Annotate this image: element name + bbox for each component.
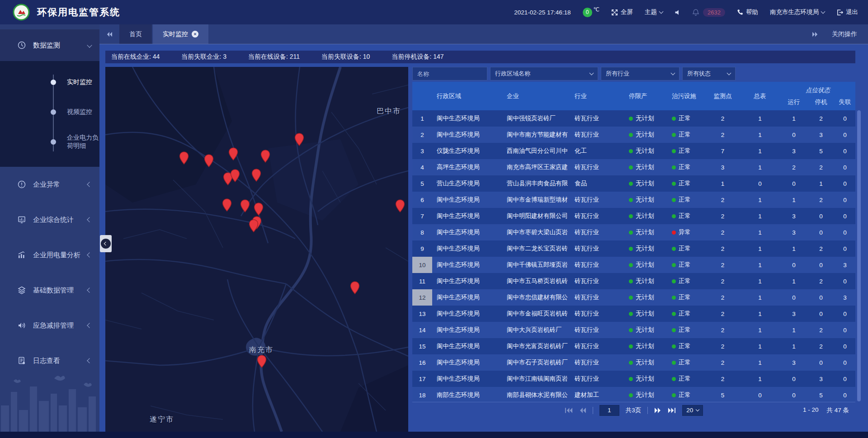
sidebar-item-企业电力负荷明细[interactable]: 企业电力负荷明细 <box>0 127 99 157</box>
help-button[interactable]: 帮助 <box>737 8 758 16</box>
sidebar-item-视频监控[interactable]: 视频监控 <box>0 97 99 127</box>
map-pin-icon[interactable] <box>254 203 264 216</box>
sidebar-group-gauge[interactable]: 数据监测 <box>0 29 99 61</box>
sidebar-item-stats[interactable]: 企业综合统计 <box>0 202 99 237</box>
map-pin-icon[interactable] <box>251 169 261 182</box>
cell-lost: 0 <box>835 192 855 208</box>
region-filter-select[interactable]: 行政区域名称 <box>490 67 598 80</box>
cell-meters: 1 <box>740 127 780 143</box>
cell-lost: 0 <box>835 175 855 192</box>
cell-facility: 正常 <box>667 143 706 159</box>
table-row[interactable]: 3仪陇生态环境局西南油气田分公司川中化工无计划正常71350 <box>412 143 855 159</box>
cell-industry: 砖瓦行业 <box>570 289 624 306</box>
logout-button[interactable]: 退出 <box>836 8 858 16</box>
cell-run: 2 <box>780 159 807 175</box>
map-collapse-button[interactable] <box>100 235 112 252</box>
close-operations-button[interactable]: 关闭操作 <box>832 30 857 38</box>
scrollbar-thumb[interactable] <box>857 110 861 401</box>
cell-plan: 无计划 <box>624 273 667 289</box>
divider <box>593 407 593 414</box>
cell-meters: 1 <box>740 306 780 322</box>
status-dot-icon <box>672 263 676 267</box>
first-page-button[interactable] <box>565 407 573 414</box>
theme-dropdown[interactable]: 主题 <box>645 8 663 16</box>
map-pin-icon[interactable] <box>179 151 189 165</box>
page-size-value: 20 <box>686 407 693 414</box>
fullscreen-button[interactable]: 全屏 <box>611 8 633 16</box>
table-row[interactable]: 7阆中生态环境局阆中明阳建材有限公司砖瓦行业无计划正常21300 <box>412 208 855 224</box>
table-row[interactable]: 13阆中生态环境局阆中市金福旺页岩机砖砖瓦行业无计划正常21300 <box>412 306 855 322</box>
table-row[interactable]: 5营山生态环境局营山县润丰肉食品有限食品无计划正常10010 <box>412 175 855 192</box>
region-filter-value: 行政区域名称 <box>495 70 530 78</box>
double-left-arrow-icon <box>106 32 113 37</box>
next-page-button[interactable] <box>654 407 661 414</box>
table-row[interactable]: 16阆中生态环境局阆中市石子页岩机砖厂砖瓦行业无计划正常21300 <box>412 354 855 371</box>
table-row[interactable]: 6阆中生态环境局阆中市金博瑞新型墙材砖瓦行业无计划正常21120 <box>412 192 855 208</box>
status-dot-icon <box>629 133 633 137</box>
tab-实时监控[interactable]: 实时监控× <box>153 24 208 44</box>
cell-region: 仪陇生态环境局 <box>432 143 502 159</box>
map-pin-icon[interactable] <box>230 169 240 182</box>
tabs-scroll-left-button[interactable] <box>99 24 119 44</box>
sidebar-item-megaphone[interactable]: 应急减排管理 <box>0 308 99 343</box>
sidebar-item-label: 视频监控 <box>67 108 92 116</box>
table-row[interactable]: 14阆中生态环境局阆中大兴页岩机砖厂砖瓦行业无计划正常21120 <box>412 322 855 338</box>
map-pin-icon[interactable] <box>294 133 304 146</box>
map-pin-icon[interactable] <box>395 199 405 212</box>
name-filter-input[interactable] <box>412 67 487 80</box>
stat-当前停机设备: 当前停机设备: 147 <box>392 53 443 61</box>
sidebar-item-layers[interactable]: 基础数据管理 <box>0 273 99 308</box>
stat-当前在线设备: 当前在线设备: 211 <box>248 53 300 61</box>
industry-filter-select[interactable]: 所有行业 <box>601 67 679 80</box>
cell-points: 2 <box>706 208 740 224</box>
cell-points: 2 <box>706 306 740 322</box>
cell-facility: 正常 <box>667 257 706 273</box>
cell-meters: 1 <box>740 110 780 127</box>
bell-icon <box>692 9 699 16</box>
sidebar-item-label: 日志查看 <box>33 357 88 365</box>
map-pin-icon[interactable] <box>240 199 250 212</box>
cell-industry: 建材加工 <box>570 387 624 401</box>
map-pin-icon[interactable] <box>228 147 238 160</box>
cell-company: 阆中市二龙长宝页岩砖 <box>502 240 570 257</box>
map-pin-icon[interactable] <box>260 150 270 163</box>
sidebar-item-chart[interactable]: 企业用电量分析 <box>0 237 99 273</box>
last-page-button[interactable] <box>668 407 676 414</box>
sidebar-item-alert[interactable]: 企业异常 <box>0 167 99 202</box>
table-row[interactable]: 10阆中生态环境局阆中千佛镇五郎垭页岩砖瓦行业无计划正常21003 <box>412 257 855 273</box>
page-number-input[interactable]: 1 <box>599 405 619 416</box>
sidebar-item-label: 企业异常 <box>33 180 88 189</box>
map-pin-icon[interactable] <box>249 219 259 232</box>
tab-close-icon[interactable]: × <box>192 31 198 38</box>
table-row[interactable]: 12阆中生态环境局阆中市忠信建材有限公砖瓦行业无计划正常21003 <box>412 289 855 306</box>
table-row[interactable]: 4高坪生态环境局南充市高坪区王家店建砖瓦行业无计划正常31220 <box>412 159 855 175</box>
notifications[interactable]: 2632 <box>692 8 725 17</box>
table-row[interactable]: 8阆中生态环境局阆中市枣碧大梁山页岩砖瓦行业无计划异常21300 <box>412 224 855 240</box>
map-pin-icon[interactable] <box>222 198 232 212</box>
map-pin-icon[interactable] <box>350 281 360 294</box>
tab-首页[interactable]: 首页 <box>119 24 152 44</box>
table-row[interactable]: 9阆中生态环境局阆中市二龙长宝页岩砖砖瓦行业无计划正常21120 <box>412 240 855 257</box>
map-pin-icon[interactable] <box>204 154 214 167</box>
sidebar-item-实时监控[interactable]: 实时监控 <box>0 67 99 97</box>
table-row[interactable]: 11阆中生态环境局阆中市五马桥页岩机砖砖瓦行业无计划正常21120 <box>412 273 855 289</box>
cell-company: 阆中市南方节能建材有 <box>502 127 570 143</box>
cell-index: 14 <box>412 322 432 338</box>
cell-stop: 0 <box>807 208 835 224</box>
status-dot-icon <box>629 214 633 218</box>
map-panel[interactable]: 巴中市南充市遂宁市 <box>105 67 408 432</box>
cell-region: 营山生态环境局 <box>432 175 502 192</box>
table-row[interactable]: 1阆中生态环境局阆中强锐页岩砖厂砖瓦行业无计划正常21120 <box>412 110 855 127</box>
page-size-select[interactable]: 20 <box>682 405 703 416</box>
status-filter-select[interactable]: 所有状态 <box>682 67 736 80</box>
tabs-scroll-right-button[interactable] <box>812 32 818 37</box>
table-row[interactable]: 17阆中生态环境局阆中市江南镇阆南页岩砖瓦行业无计划正常21030 <box>412 371 855 387</box>
prev-page-button[interactable] <box>579 407 586 414</box>
cell-region: 阆中生态环境局 <box>432 240 502 257</box>
table-row[interactable]: 15阆中生态环境局阆中市光富页岩机砖厂砖瓦行业无计划正常21120 <box>412 338 855 354</box>
sound-button[interactable] <box>675 9 680 15</box>
table-row[interactable]: 2阆中生态环境局阆中市南方节能建材有砖瓦行业无计划正常21030 <box>412 127 855 143</box>
user-org-dropdown[interactable]: 南充市生态环境局 <box>770 8 825 16</box>
table-row[interactable]: 18南部生态环境局南部县砌体水泥有限公建材加工无计划正常50050 <box>412 387 855 401</box>
map-pin-icon[interactable] <box>257 355 267 368</box>
